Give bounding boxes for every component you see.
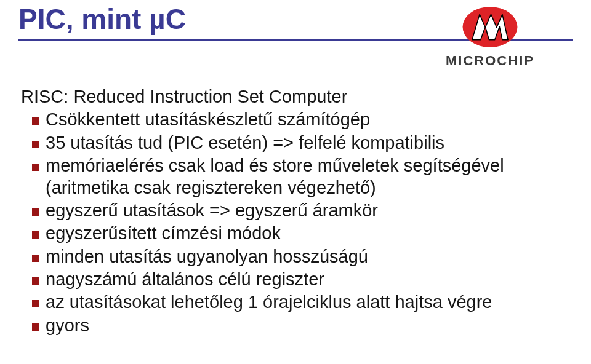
list-item: 35 utasítás tud (PIC esetén) => felfelé … [21,132,570,154]
list-item: minden utasítás ugyanolyan hosszúságú [21,246,570,267]
list-item-text: egyszerűsített címzési módok [46,223,570,244]
list-item: egyszerű utasítások => egyszerű áramkör [21,200,570,221]
list-item-text: 35 utasítás tud (PIC esetén) => felfelé … [46,132,570,154]
list-item-text: nagyszámú általános célú regiszter [46,269,570,290]
bullet-icon [32,323,39,331]
body-heading: RISC: Reduced Instruction Set Computer [21,86,570,108]
list-item-text: gyors [46,315,570,336]
microchip-logo-icon [462,5,518,49]
logo-wordmark: MICROCHIP [446,53,534,69]
bullet-icon [32,164,39,171]
list-item-text: memóriaelérés csak load és store művelet… [46,155,570,199]
slide-body: RISC: Reduced Instruction Set Computer C… [21,86,570,338]
list-item: memóriaelérés csak load és store művelet… [21,155,570,199]
list-item-text: Csökkentett utasításkészletű számítógép [46,109,570,130]
list-item: az utasításokat lehetőleg 1 órajelciklus… [21,291,570,313]
list-item: gyors [21,315,570,336]
list-item: nagyszámú általános célú regiszter [21,269,570,290]
list-item-text: az utasításokat lehetőleg 1 órajelciklus… [46,291,570,313]
logo-block: MICROCHIP [410,5,570,79]
list-item-text: egyszerű utasítások => egyszerű áramkör [46,200,570,221]
slide: PIC, mint µC MICROCHIP RISC: Reduced Ins… [0,0,591,364]
list-item-text: minden utasítás ugyanolyan hosszúságú [46,246,570,267]
list-item: Csökkentett utasításkészletű számítógép [21,109,570,130]
list-item: egyszerűsített címzési módok [21,223,570,244]
bullet-icon [32,255,39,262]
slide-title: PIC, mint µC [18,2,186,36]
bullet-icon [32,300,39,307]
bullet-icon [32,277,39,285]
bullet-icon [32,208,39,216]
bullet-icon [32,231,39,239]
bullet-icon [32,117,39,125]
bullet-icon [32,141,39,148]
